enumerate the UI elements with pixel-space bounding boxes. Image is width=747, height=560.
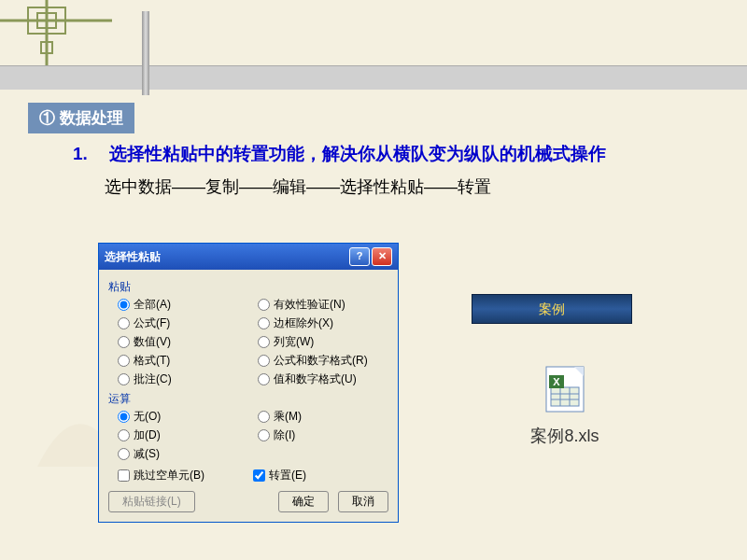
group-paste-label: 粘贴 [108,279,388,295]
radio-input[interactable] [258,411,270,423]
transpose-input[interactable] [253,469,265,482]
svg-text:X: X [553,376,560,387]
steps-text: 选中数据——复制——编辑——选择性粘贴——转置 [105,175,680,198]
paste-link-button[interactable]: 粘贴链接(L) [108,491,195,512]
svg-rect-8 [551,387,579,406]
radio-option[interactable]: 格式(T) [118,353,248,369]
radio-option[interactable]: 有效性验证(N) [258,297,388,313]
transpose-label: 转置(E) [269,468,306,483]
paste-special-dialog: 选择性粘贴 ? ✕ 粘贴 全部(A)有效性验证(N)公式(F)边框除外(X)数值… [98,243,399,523]
section-header: ① 数据处理 [28,103,134,133]
radio-label: 公式(F) [134,315,170,331]
radio-option[interactable]: 乘(M) [258,409,388,425]
radio-option[interactable]: 全部(A) [118,297,248,313]
radio-option[interactable]: 无(O) [118,409,248,425]
group-operation-label: 运算 [108,391,388,407]
radio-input[interactable] [258,336,270,348]
radio-label: 乘(M) [274,409,302,425]
radio-input[interactable] [118,299,130,311]
skip-blanks-checkbox[interactable]: 跳过空单元(B) [118,468,253,483]
ornament-top-icon [0,0,112,75]
radio-label: 格式(T) [134,353,170,369]
radio-label: 列宽(W) [274,334,314,350]
radio-label: 减(S) [134,446,160,462]
radio-input[interactable] [258,429,270,441]
radio-option[interactable]: 列宽(W) [258,334,388,350]
radio-label: 批注(C) [134,371,172,387]
radio-label: 加(D) [134,427,161,443]
vertical-accent [142,11,149,95]
item-number: 1. [73,140,105,168]
ok-button[interactable]: 确定 [278,491,329,512]
radio-option[interactable]: 公式和数字格式(R) [258,353,388,369]
file-link[interactable]: X 案例8.xls [523,364,607,447]
radio-label: 公式和数字格式(R) [274,353,368,369]
file-name: 案例8.xls [523,425,607,447]
numbered-item: 1. 选择性粘贴中的转置功能，解决你从横队变为纵队的机械式操作 [73,140,680,168]
radio-input[interactable] [118,336,130,348]
item-text: 选择性粘贴中的转置功能，解决你从横队变为纵队的机械式操作 [109,140,660,168]
radio-input[interactable] [258,317,270,329]
close-icon[interactable]: ✕ [372,247,392,266]
radio-option[interactable]: 数值(V) [118,334,248,350]
radio-option[interactable]: 除(I) [258,427,388,443]
radio-input[interactable] [258,355,270,367]
radio-input[interactable] [258,299,270,311]
radio-input[interactable] [118,429,130,441]
transpose-checkbox[interactable]: 转置(E) [253,468,388,483]
excel-file-icon: X [542,364,588,415]
radio-option[interactable]: 公式(F) [118,315,248,331]
radio-input[interactable] [118,411,130,423]
radio-label: 全部(A) [134,297,171,313]
radio-input[interactable] [118,448,130,460]
skip-blanks-label: 跳过空单元(B) [134,468,204,483]
radio-input[interactable] [118,373,130,385]
radio-label: 有效性验证(N) [274,297,345,313]
dialog-title: 选择性粘贴 [105,249,161,265]
radio-label: 数值(V) [134,334,171,350]
dialog-titlebar[interactable]: 选择性粘贴 ? ✕ [99,244,398,270]
radio-label: 除(I) [274,427,295,443]
radio-option[interactable]: 值和数字格式(U) [258,371,388,387]
radio-label: 边框除外(X) [274,315,333,331]
horizontal-divider [0,65,747,90]
radio-input[interactable] [118,317,130,329]
radio-label: 值和数字格式(U) [274,371,357,387]
radio-label: 无(O) [134,409,161,425]
radio-option[interactable]: 批注(C) [118,371,248,387]
example-heading: 案例 [472,294,632,324]
radio-input[interactable] [118,355,130,367]
skip-blanks-input[interactable] [118,469,130,482]
radio-option[interactable]: 减(S) [118,446,248,462]
radio-input[interactable] [258,373,270,385]
cancel-button[interactable]: 取消 [338,491,388,512]
help-icon[interactable]: ? [349,247,370,266]
radio-option[interactable]: 边框除外(X) [258,315,388,331]
radio-option[interactable]: 加(D) [118,427,248,443]
